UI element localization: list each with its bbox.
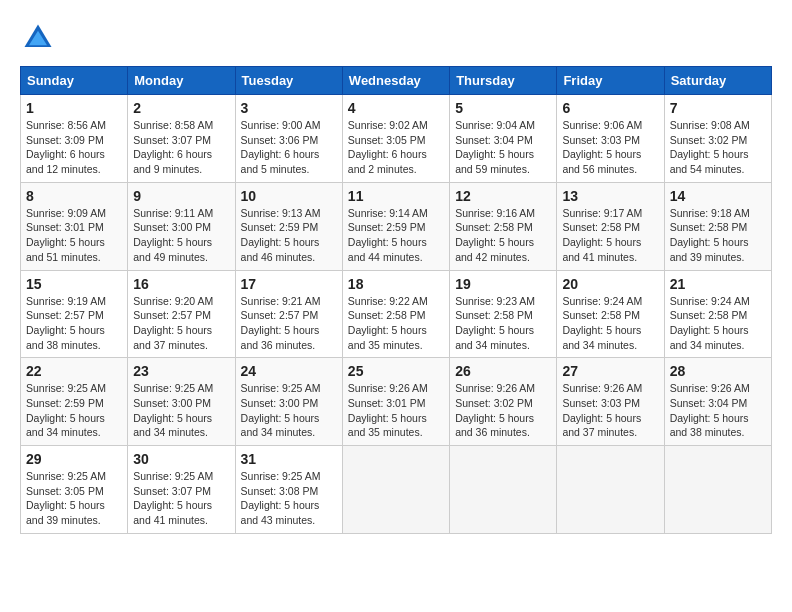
day-daylight: Daylight: 5 hours and 59 minutes. [455,148,534,175]
day-daylight: Daylight: 5 hours and 34 minutes. [26,412,105,439]
day-sunset: Sunset: 2:57 PM [241,309,319,321]
day-sunrise: Sunrise: 9:25 AM [26,470,106,482]
day-sunset: Sunset: 3:07 PM [133,134,211,146]
calendar-day-cell: 7 Sunrise: 9:08 AM Sunset: 3:02 PM Dayli… [664,95,771,183]
weekday-header-friday: Friday [557,67,664,95]
day-sunset: Sunset: 3:00 PM [133,221,211,233]
day-sunset: Sunset: 2:58 PM [670,221,748,233]
calendar-day-cell [342,446,449,534]
day-sunrise: Sunrise: 9:18 AM [670,207,750,219]
day-sunrise: Sunrise: 9:21 AM [241,295,321,307]
calendar-day-cell: 23 Sunrise: 9:25 AM Sunset: 3:00 PM Dayl… [128,358,235,446]
calendar-day-cell: 24 Sunrise: 9:25 AM Sunset: 3:00 PM Dayl… [235,358,342,446]
day-sunrise: Sunrise: 9:14 AM [348,207,428,219]
day-sunset: Sunset: 3:04 PM [670,397,748,409]
day-number: 30 [133,451,229,467]
day-sunrise: Sunrise: 9:08 AM [670,119,750,131]
calendar-day-cell: 2 Sunrise: 8:58 AM Sunset: 3:07 PM Dayli… [128,95,235,183]
day-daylight: Daylight: 5 hours and 34 minutes. [133,412,212,439]
day-number: 27 [562,363,658,379]
day-sunset: Sunset: 2:58 PM [670,309,748,321]
day-sunrise: Sunrise: 9:26 AM [455,382,535,394]
day-daylight: Daylight: 5 hours and 39 minutes. [670,236,749,263]
day-sunrise: Sunrise: 9:16 AM [455,207,535,219]
day-sunrise: Sunrise: 9:24 AM [562,295,642,307]
day-number: 16 [133,276,229,292]
day-sunrise: Sunrise: 9:25 AM [26,382,106,394]
day-number: 10 [241,188,337,204]
day-number: 13 [562,188,658,204]
day-sunset: Sunset: 3:00 PM [133,397,211,409]
day-sunrise: Sunrise: 9:04 AM [455,119,535,131]
day-number: 31 [241,451,337,467]
calendar-header-row: SundayMondayTuesdayWednesdayThursdayFrid… [21,67,772,95]
day-daylight: Daylight: 5 hours and 35 minutes. [348,324,427,351]
calendar-day-cell [664,446,771,534]
day-sunrise: Sunrise: 9:25 AM [133,382,213,394]
day-daylight: Daylight: 5 hours and 34 minutes. [455,324,534,351]
calendar-week-row: 15 Sunrise: 9:19 AM Sunset: 2:57 PM Dayl… [21,270,772,358]
calendar-day-cell: 13 Sunrise: 9:17 AM Sunset: 2:58 PM Dayl… [557,182,664,270]
day-daylight: Daylight: 5 hours and 34 minutes. [241,412,320,439]
day-sunset: Sunset: 3:03 PM [562,397,640,409]
day-daylight: Daylight: 5 hours and 34 minutes. [562,324,641,351]
day-daylight: Daylight: 6 hours and 5 minutes. [241,148,320,175]
calendar-day-cell: 5 Sunrise: 9:04 AM Sunset: 3:04 PM Dayli… [450,95,557,183]
day-daylight: Daylight: 5 hours and 38 minutes. [26,324,105,351]
logo [20,20,58,56]
day-daylight: Daylight: 5 hours and 54 minutes. [670,148,749,175]
day-sunset: Sunset: 2:59 PM [26,397,104,409]
calendar-day-cell: 9 Sunrise: 9:11 AM Sunset: 3:00 PM Dayli… [128,182,235,270]
day-sunrise: Sunrise: 9:26 AM [348,382,428,394]
calendar-week-row: 22 Sunrise: 9:25 AM Sunset: 2:59 PM Dayl… [21,358,772,446]
day-daylight: Daylight: 5 hours and 36 minutes. [241,324,320,351]
calendar-day-cell: 30 Sunrise: 9:25 AM Sunset: 3:07 PM Dayl… [128,446,235,534]
calendar-week-row: 1 Sunrise: 8:56 AM Sunset: 3:09 PM Dayli… [21,95,772,183]
day-sunrise: Sunrise: 9:25 AM [241,470,321,482]
day-number: 15 [26,276,122,292]
day-sunset: Sunset: 2:57 PM [26,309,104,321]
day-sunset: Sunset: 3:03 PM [562,134,640,146]
day-number: 2 [133,100,229,116]
day-number: 20 [562,276,658,292]
day-sunset: Sunset: 3:04 PM [455,134,533,146]
day-sunset: Sunset: 2:58 PM [562,221,640,233]
day-sunset: Sunset: 2:58 PM [455,309,533,321]
day-sunset: Sunset: 3:01 PM [348,397,426,409]
day-daylight: Daylight: 5 hours and 43 minutes. [241,499,320,526]
day-sunrise: Sunrise: 9:20 AM [133,295,213,307]
day-daylight: Daylight: 5 hours and 46 minutes. [241,236,320,263]
day-daylight: Daylight: 6 hours and 2 minutes. [348,148,427,175]
day-sunrise: Sunrise: 9:22 AM [348,295,428,307]
calendar-day-cell: 1 Sunrise: 8:56 AM Sunset: 3:09 PM Dayli… [21,95,128,183]
day-daylight: Daylight: 5 hours and 44 minutes. [348,236,427,263]
day-sunset: Sunset: 3:00 PM [241,397,319,409]
calendar-day-cell: 28 Sunrise: 9:26 AM Sunset: 3:04 PM Dayl… [664,358,771,446]
day-number: 24 [241,363,337,379]
weekday-header-tuesday: Tuesday [235,67,342,95]
logo-icon [20,20,56,56]
calendar-week-row: 8 Sunrise: 9:09 AM Sunset: 3:01 PM Dayli… [21,182,772,270]
calendar-day-cell: 17 Sunrise: 9:21 AM Sunset: 2:57 PM Dayl… [235,270,342,358]
calendar-day-cell: 8 Sunrise: 9:09 AM Sunset: 3:01 PM Dayli… [21,182,128,270]
calendar-day-cell [450,446,557,534]
calendar-day-cell: 4 Sunrise: 9:02 AM Sunset: 3:05 PM Dayli… [342,95,449,183]
day-sunset: Sunset: 3:05 PM [26,485,104,497]
page-header [20,20,772,56]
day-sunrise: Sunrise: 8:58 AM [133,119,213,131]
day-sunrise: Sunrise: 9:23 AM [455,295,535,307]
day-daylight: Daylight: 5 hours and 42 minutes. [455,236,534,263]
day-number: 28 [670,363,766,379]
day-number: 5 [455,100,551,116]
calendar-day-cell: 6 Sunrise: 9:06 AM Sunset: 3:03 PM Dayli… [557,95,664,183]
day-sunrise: Sunrise: 9:25 AM [133,470,213,482]
day-sunset: Sunset: 3:06 PM [241,134,319,146]
day-sunrise: Sunrise: 9:19 AM [26,295,106,307]
day-sunset: Sunset: 3:07 PM [133,485,211,497]
day-sunrise: Sunrise: 9:26 AM [670,382,750,394]
day-sunrise: Sunrise: 9:00 AM [241,119,321,131]
day-sunset: Sunset: 2:58 PM [348,309,426,321]
calendar-day-cell [557,446,664,534]
calendar-day-cell: 12 Sunrise: 9:16 AM Sunset: 2:58 PM Dayl… [450,182,557,270]
day-sunrise: Sunrise: 9:25 AM [241,382,321,394]
